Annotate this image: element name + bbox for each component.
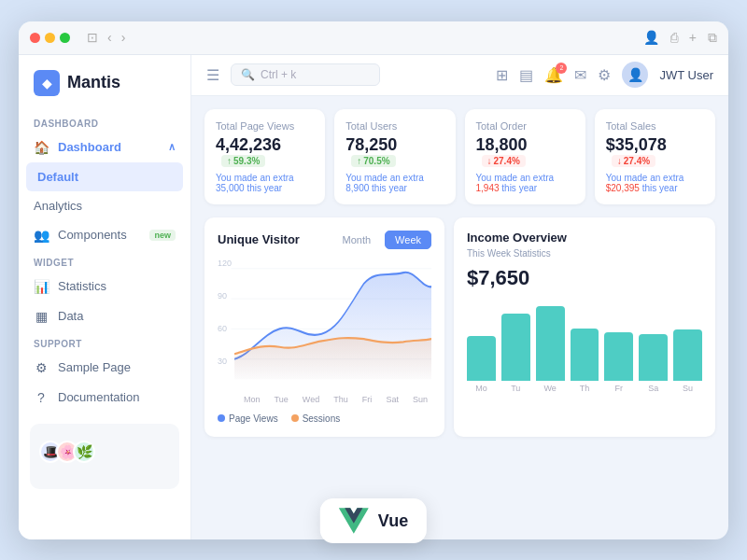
bar-label-mo: Mo bbox=[475, 384, 487, 393]
chart-legend: Page Views Sessions bbox=[218, 413, 431, 424]
unique-visitor-card: Unique Visitor Month Week 120 90 60 bbox=[204, 217, 444, 437]
sidebar-item-data[interactable]: ▦ Data bbox=[19, 301, 190, 331]
stat-sub-0: You made an extra 35,000 this year bbox=[216, 173, 314, 193]
documentation-icon: ? bbox=[34, 390, 49, 405]
search-placeholder: Ctrl + k bbox=[261, 68, 296, 81]
bar-label-sa: Sa bbox=[648, 384, 658, 393]
maximize-button[interactable] bbox=[60, 33, 70, 43]
avatar[interactable]: 👤 bbox=[622, 62, 648, 88]
dashboard-icon: 🏠 bbox=[34, 140, 49, 155]
promo-avatars: 🎩 🌸 🌿 bbox=[39, 441, 170, 463]
dashboard-content: Total Page Views 4,42,236 ↑ 59.3% You ma… bbox=[191, 96, 728, 539]
income-title: Income Overview bbox=[467, 231, 702, 245]
promo-card: 🎩 🌸 🌿 bbox=[30, 424, 179, 489]
statistics-icon: 📊 bbox=[34, 279, 49, 294]
sidebar-item-default[interactable]: Default bbox=[26, 162, 183, 191]
forward-icon[interactable]: › bbox=[121, 30, 126, 45]
promo-avatar-3: 🌿 bbox=[73, 441, 95, 463]
stat-sub-2: You made an extra 1,943 this year bbox=[476, 173, 574, 193]
menu-icon[interactable]: ☰ bbox=[206, 66, 219, 84]
income-value: $7,650 bbox=[467, 266, 702, 290]
sidebar-item-dashboard-label: Dashboard bbox=[58, 140, 121, 154]
vue-badge: Vue bbox=[320, 498, 427, 543]
bar-sa bbox=[639, 334, 668, 381]
tab-week[interactable]: Week bbox=[385, 231, 431, 249]
add-tab-icon[interactable]: + bbox=[689, 30, 697, 46]
content: ☰ 🔍 Ctrl + k ⊞ ▤ 🔔 2 ✉ ⚙ 👤 JWT User bbox=[191, 55, 728, 539]
stat-card-page-views: Total Page Views 4,42,236 ↑ 59.3% You ma… bbox=[204, 109, 325, 204]
bar-col-su: Su bbox=[673, 329, 702, 392]
sidebar-toggle-icon[interactable]: ⊡ bbox=[87, 30, 98, 45]
notification-badge: 2 bbox=[556, 63, 567, 74]
legend-sessions: Sessions bbox=[291, 413, 341, 424]
user-name: JWT User bbox=[659, 68, 713, 82]
section-support: Support bbox=[19, 331, 190, 353]
stat-sub-3: You made an extra $20,395 this year bbox=[606, 173, 704, 193]
settings-icon[interactable]: ⚙ bbox=[598, 66, 611, 84]
stat-card-sales: Total Sales $35,078 ↓ 27.4% You made an … bbox=[595, 109, 715, 204]
brand: ◆ Mantis bbox=[19, 70, 190, 111]
bar-fr bbox=[604, 332, 633, 381]
search-icon: 🔍 bbox=[241, 68, 255, 81]
bar-mo bbox=[467, 336, 496, 381]
chart-title: Unique Visitor bbox=[218, 232, 300, 246]
sidebar-item-statistics[interactable]: 📊 Statistics bbox=[19, 272, 190, 301]
sidebar-item-sample-page-label: Sample Page bbox=[58, 360, 131, 374]
sidebar-item-dashboard[interactable]: 🏠 Dashboard ∧ bbox=[19, 133, 190, 162]
titlebar-right: 👤 ⎙ + ⧉ bbox=[643, 30, 717, 46]
income-sub: This Week Statistics bbox=[467, 248, 702, 259]
chart-header: Unique Visitor Month Week bbox=[218, 231, 431, 249]
sidebar-item-data-label: Data bbox=[58, 309, 83, 323]
sidebar-item-documentation-label: Documentation bbox=[58, 390, 139, 404]
bar-we bbox=[536, 306, 565, 381]
sidebar: ◆ Mantis Dashboard 🏠 Dashboard ∧ Default… bbox=[19, 55, 191, 539]
line-chart-svg bbox=[218, 259, 431, 389]
sidebar-item-components[interactable]: 👥 Components new bbox=[19, 220, 190, 250]
minimize-button[interactable] bbox=[45, 33, 55, 43]
vue-label: Vue bbox=[378, 511, 408, 531]
stat-label-1: Total Users bbox=[345, 120, 444, 132]
components-icon: 👥 bbox=[34, 228, 49, 243]
bar-su bbox=[673, 329, 702, 380]
legend-dot-page-views bbox=[218, 414, 225, 422]
sidebar-item-documentation[interactable]: ? Documentation bbox=[19, 383, 190, 413]
section-dashboard: Dashboard bbox=[19, 111, 190, 133]
main-layout: ◆ Mantis Dashboard 🏠 Dashboard ∧ Default… bbox=[19, 55, 728, 539]
sidebar-item-analytics-label: Analytics bbox=[34, 199, 82, 213]
sidebar-item-default-label: Default bbox=[37, 170, 78, 184]
chevron-up-icon: ∧ bbox=[168, 141, 176, 153]
legend-dot-sessions bbox=[291, 414, 299, 422]
vue-logo bbox=[339, 508, 369, 534]
bar-label-fr: Fr bbox=[615, 384, 624, 393]
mail-icon[interactable]: ✉ bbox=[574, 66, 586, 84]
bar-col-sa: Sa bbox=[639, 334, 668, 393]
stat-badge-2: ↓ 27.4% bbox=[482, 155, 526, 167]
topbar-actions: ⊞ ▤ 🔔 2 ✉ ⚙ 👤 JWT User bbox=[496, 62, 713, 88]
bell-icon[interactable]: 🔔 2 bbox=[544, 66, 563, 84]
topbar: ☰ 🔍 Ctrl + k ⊞ ▤ 🔔 2 ✉ ⚙ 👤 JWT User bbox=[191, 55, 728, 96]
stat-sub-1: You made an extra 8,900 this year bbox=[345, 173, 444, 193]
bar-chart: MoTuWeThFrSaSu bbox=[467, 300, 702, 393]
tab-month[interactable]: Month bbox=[332, 231, 382, 249]
brand-icon: ◆ bbox=[34, 70, 60, 96]
nav-buttons: ⊡ ‹ › bbox=[87, 30, 125, 45]
search-box[interactable]: 🔍 Ctrl + k bbox=[231, 63, 380, 86]
grid-view-icon[interactable]: ⊞ bbox=[496, 66, 508, 84]
stat-badge-0: ↑ 59.3% bbox=[221, 155, 265, 167]
sidebar-item-sample-page[interactable]: ⚙ Sample Page bbox=[19, 353, 190, 383]
back-icon[interactable]: ‹ bbox=[107, 30, 112, 45]
legend-page-views: Page Views bbox=[218, 413, 278, 424]
close-button[interactable] bbox=[30, 33, 40, 43]
tab-icon[interactable]: ⧉ bbox=[708, 30, 717, 46]
stat-value-3: $35,078 bbox=[606, 135, 667, 155]
bar-label-th: Th bbox=[580, 384, 590, 393]
person-icon[interactable]: 👤 bbox=[643, 30, 659, 46]
share-icon[interactable]: ⎙ bbox=[670, 30, 678, 46]
stat-value-2: 18,800 bbox=[476, 135, 528, 155]
sidebar-item-analytics[interactable]: Analytics bbox=[19, 191, 190, 220]
table-view-icon[interactable]: ▤ bbox=[519, 66, 533, 84]
new-badge: new bbox=[149, 230, 176, 241]
stat-value-0: 4,42,236 bbox=[216, 135, 281, 155]
sidebar-item-statistics-label: Statistics bbox=[58, 279, 106, 293]
bar-col-we: We bbox=[536, 306, 565, 393]
